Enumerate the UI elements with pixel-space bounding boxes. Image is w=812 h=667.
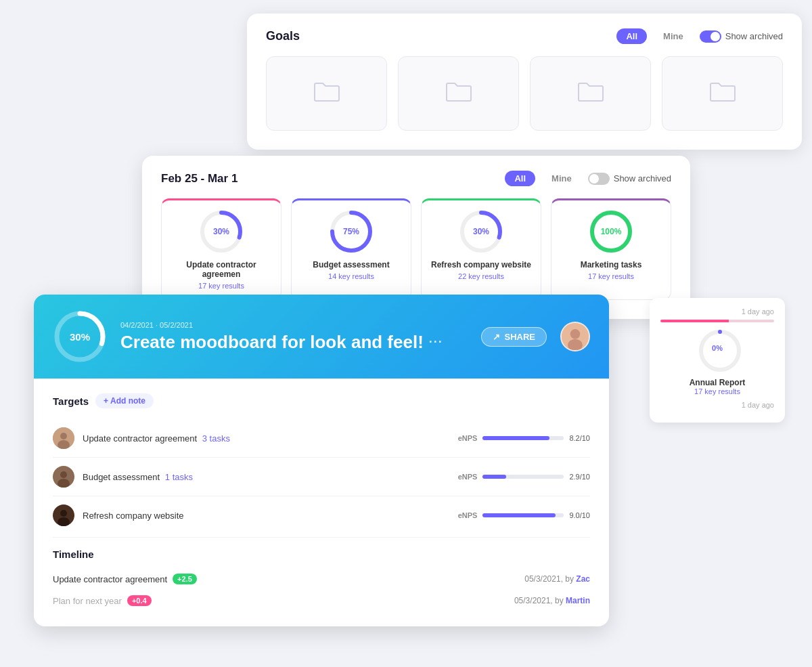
goal-card-4-donut: 100% — [589, 210, 633, 253]
goal-card-3-pct: 30% — [473, 227, 489, 236]
target-row-2: Budget assessment 1 tasks eNPS 2.9/10 — [53, 458, 590, 496]
svg-point-22 — [60, 510, 67, 517]
svg-point-13 — [570, 329, 581, 339]
goals-title: Goals — [266, 29, 300, 43]
goal-card-2-sub: 14 key results — [328, 272, 374, 280]
timeline-meta-1: 05/3/2021, by Zac — [524, 574, 590, 584]
svg-point-19 — [60, 471, 67, 478]
share-button[interactable]: ↗ SHARE — [481, 327, 547, 347]
target-avatar-3 — [53, 504, 74, 526]
goal-card-4-sub: 17 key results — [588, 272, 634, 280]
side-cards: 1 day ago 0% Annual Report 17 key result… — [650, 298, 785, 431]
side-card-1-donut: 0% — [698, 329, 736, 367]
targets-label: Targets — [53, 395, 89, 407]
goal-card-1-name: Update contractor agreemen — [170, 260, 273, 279]
timeline-name-2: Plan for next year +0.4 — [53, 595, 514, 606]
timeline-name-1: Update contractor agreement +2.5 — [53, 574, 524, 584]
mid-archived-toggle[interactable] — [588, 173, 610, 185]
side-card-1-donut-wrap: 0% Annual Report 17 key results — [660, 329, 774, 395]
goal-card-1[interactable]: 30% Update contractor agreemen 17 key re… — [161, 198, 281, 300]
moodboard-info: 04/2/2021 · 05/2/2021 Create moodboard f… — [120, 321, 468, 353]
side-card-1-sub: 17 key results — [694, 387, 740, 395]
side-card-1[interactable]: 1 day ago 0% Annual Report 17 key result… — [650, 298, 785, 423]
side-card-1-time: 1 day ago — [660, 307, 774, 316]
goal-card-3-donut: 30% — [459, 210, 503, 253]
target-tasks-link-1[interactable]: 3 tasks — [202, 433, 230, 444]
side-card-1-bar — [660, 320, 774, 322]
folder-card-3[interactable] — [530, 56, 651, 131]
metric-bar-track-1 — [482, 436, 564, 440]
timeline-row-1: Update contractor agreement +2.5 05/3/20… — [53, 568, 590, 590]
moodboard-menu-dots[interactable]: ··· — [429, 335, 443, 349]
moodboard-title: Create moodboard for look and feel! ··· — [120, 332, 468, 353]
folder-row — [266, 56, 783, 131]
mid-show-archived-label: Show archived — [588, 173, 671, 185]
moodboard-avatar — [560, 322, 590, 351]
timeline-row-2: Plan for next year +0.4 05/3/2021, by Ma… — [53, 590, 590, 611]
goals-mine-btn[interactable]: Mine — [654, 28, 693, 44]
timeline-meta-2: 05/3/2021, by Martin — [514, 596, 590, 605]
timeline-author-1[interactable]: Zac — [576, 574, 590, 584]
side-card-1-time2: 1 day ago — [660, 401, 774, 409]
goal-card-2-pct: 75% — [343, 227, 359, 236]
timeline-label: Timeline — [53, 548, 590, 560]
goal-card-1-donut: 30% — [200, 210, 243, 253]
goals-archived-toggle[interactable] — [700, 30, 721, 43]
goal-card-1-pct: 30% — [213, 227, 229, 236]
target-name-1: Update contractor agreement 3 tasks — [83, 433, 458, 444]
timeline-section: Timeline Update contractor agreement +2.… — [53, 537, 590, 611]
goals-all-btn[interactable]: All — [616, 28, 647, 44]
goal-card-2-name: Budget assessment — [313, 260, 389, 270]
side-card-1-pct: 0% — [712, 344, 723, 352]
goal-card-1-sub: 17 key results — [198, 282, 244, 290]
target-metric-1: eNPS 8.2/10 — [458, 434, 590, 442]
timeline-badge-2: +0.4 — [127, 595, 152, 606]
mid-panel-header: Feb 25 - Mar 1 All Mine Show archived — [161, 171, 671, 186]
target-avatar-2 — [53, 466, 74, 488]
target-tasks-link-2[interactable]: 1 tasks — [165, 472, 193, 482]
goals-show-archived-label: Show archived — [725, 31, 783, 41]
share-icon: ↗ — [493, 332, 500, 342]
moodboard-panel: 30% 04/2/2021 · 05/2/2021 Create moodboa… — [34, 295, 609, 626]
metric-bar-track-2 — [482, 475, 564, 479]
metric-bar-track-3 — [482, 513, 564, 517]
goals-show-archived-toggle-label: Show archived — [700, 30, 783, 43]
metric-bar-fill-1 — [482, 436, 549, 440]
goal-card-2[interactable]: 75% Budget assessment 14 key results — [291, 198, 411, 300]
target-row-1: Update contractor agreement 3 tasks eNPS… — [53, 419, 590, 458]
targets-header: Targets + Add note — [53, 393, 590, 408]
goal-card-2-donut: 75% — [330, 210, 373, 253]
folder-icon-1 — [313, 81, 340, 106]
goals-filter-group: All Mine Show archived — [616, 28, 783, 44]
timeline-badge-1: +2.5 — [173, 574, 197, 584]
folder-icon-4 — [709, 81, 736, 106]
goal-card-3[interactable]: 30% Refresh company website 22 key resul… — [421, 198, 541, 300]
moodboard-dates: 04/2/2021 · 05/2/2021 — [120, 321, 468, 329]
folder-icon-2 — [445, 81, 472, 106]
goal-cards-row: 30% Update contractor agreemen 17 key re… — [161, 198, 671, 300]
goal-card-3-sub: 22 key results — [458, 272, 504, 280]
svg-point-16 — [60, 433, 67, 439]
goals-header: Goals All Mine Show archived — [266, 28, 783, 44]
metric-bar-fill-2 — [482, 475, 506, 479]
svg-point-14 — [568, 339, 583, 351]
timeline-author-2[interactable]: Martin — [566, 596, 590, 605]
target-avatar-1 — [53, 427, 74, 449]
mid-all-btn[interactable]: All — [505, 171, 535, 186]
target-name-3: Refresh company website — [83, 511, 458, 521]
goal-card-4-name: Marketing tasks — [581, 260, 642, 270]
mid-filter-group: All Mine Show archived — [505, 171, 671, 186]
goal-card-4-pct: 100% — [601, 227, 622, 236]
metric-bar-fill-3 — [482, 513, 556, 517]
folder-card-1[interactable] — [266, 56, 387, 131]
mid-panel-title: Feb 25 - Mar 1 — [161, 172, 238, 186]
goal-card-4[interactable]: 100% Marketing tasks 17 key results — [551, 198, 671, 300]
goals-panel: Goals All Mine Show archived — [247, 14, 802, 150]
folder-card-2[interactable] — [398, 56, 519, 131]
folder-card-4[interactable] — [662, 56, 783, 131]
target-metric-2: eNPS 2.9/10 — [458, 473, 590, 481]
add-note-button[interactable]: + Add note — [95, 393, 154, 408]
mid-mine-btn[interactable]: Mine — [542, 171, 581, 186]
goal-card-3-name: Refresh company website — [431, 260, 531, 270]
folder-icon-3 — [577, 81, 604, 106]
